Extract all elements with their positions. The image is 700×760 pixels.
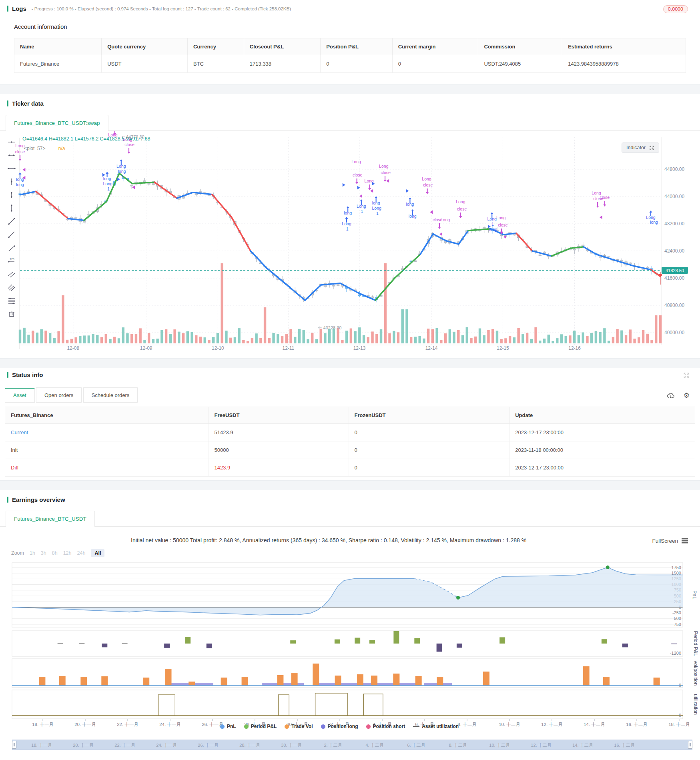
trade-annotation: 1 bbox=[107, 186, 110, 191]
navigator-left-handle[interactable] bbox=[12, 741, 16, 749]
trade-vol-bar bbox=[143, 678, 149, 686]
row-label-diff: Diff bbox=[5, 459, 209, 477]
trade-vol-bar bbox=[335, 676, 341, 686]
plot-value: n/a bbox=[58, 146, 65, 151]
legend-label: Position short bbox=[373, 724, 405, 729]
trade-vol-bar bbox=[59, 676, 66, 686]
utilization-pulse bbox=[278, 695, 289, 716]
zoom-24h-button[interactable]: 24h bbox=[77, 550, 86, 556]
asset-row-diff: Diff 1423.9 0 2023-12-17 23:00:00 bbox=[5, 459, 695, 477]
zoom-3h-button[interactable]: 3h bbox=[41, 550, 46, 556]
section-accent-bar bbox=[7, 372, 8, 378]
earnings-chart[interactable]: 17501500125010007505002500-250-500-750Pn… bbox=[0, 560, 700, 760]
zoom-controls: Zoom 1h 3h 8h 12h 24h All bbox=[11, 549, 104, 557]
trade-vol-bar bbox=[415, 676, 422, 686]
cell-free-usdt: 50000 bbox=[209, 441, 349, 459]
period-pnl-bar bbox=[355, 638, 360, 644]
account-info-title: Account information bbox=[14, 23, 67, 30]
utilization-pulse bbox=[158, 695, 175, 716]
date-axis-label: 12-08 bbox=[67, 345, 79, 351]
period-pnl-bar bbox=[164, 644, 170, 648]
trade-vol-bar bbox=[603, 677, 610, 686]
period-pnl-bar bbox=[622, 644, 628, 647]
price-axis-label: 40800.00 bbox=[664, 303, 684, 308]
earnings-tab-bar: Futures_Binance_BTC_USDT bbox=[0, 511, 700, 527]
zoom-12h-button[interactable]: 12h bbox=[63, 550, 72, 556]
trade-annotation: close bbox=[423, 182, 433, 187]
navigator-date-label: 20. 十一月 bbox=[73, 742, 93, 748]
tab-ticker-symbol[interactable]: Futures_Binance_BTC_USDT:swap bbox=[6, 115, 108, 131]
trade-annotation: 1 bbox=[361, 209, 363, 214]
chart-range-navigator[interactable]: 18. 十一月20. 十一月22. 十一月24. 十一月26. 十一月28. 十… bbox=[12, 740, 692, 750]
cell-estimated-returns: 1423.9843958889978 bbox=[562, 55, 686, 73]
col-frozen-usdt: FrozenUSDT bbox=[349, 407, 509, 424]
zoom-8h-button[interactable]: 8h bbox=[52, 550, 58, 556]
tab-earnings-symbol[interactable]: Futures_Binance_BTC_USDT bbox=[6, 511, 95, 527]
cell-quote-currency: USDT bbox=[102, 55, 188, 73]
x-axis-label: 22. 十一月 bbox=[117, 722, 138, 727]
navigator-right-handle[interactable] bbox=[688, 741, 692, 749]
tab-schedule-orders[interactable]: Schedule orders bbox=[83, 387, 138, 403]
period-pnl-bar bbox=[207, 644, 212, 648]
gear-icon[interactable]: ⚙ bbox=[684, 391, 690, 400]
price-axis-label: 41600.00 bbox=[664, 275, 684, 281]
candlestick-chart[interactable]: 44800.0044000.0043200.0042400.0041600.00… bbox=[0, 131, 700, 354]
collapse-icon[interactable] bbox=[683, 372, 690, 379]
date-axis-label: 12-15 bbox=[497, 345, 509, 351]
tab-asset[interactable]: Asset bbox=[5, 388, 35, 403]
tab-open-orders[interactable]: Open orders bbox=[36, 387, 82, 403]
period-pnl-bar bbox=[499, 637, 505, 644]
legend-item-pnl[interactable]: PnL bbox=[220, 724, 236, 729]
indicator-label: Indicator bbox=[626, 145, 646, 150]
svg-text:41828.50: 41828.50 bbox=[666, 268, 684, 273]
date-axis-label: 12-16 bbox=[568, 345, 581, 351]
cell-free-usdt: 51423.9 bbox=[209, 424, 349, 441]
col-update: Update bbox=[509, 407, 695, 424]
period-pnl-bar bbox=[290, 640, 296, 644]
cell-name: Futures_Binance bbox=[14, 55, 102, 73]
cloud-download-icon[interactable] bbox=[666, 392, 675, 399]
pnl-marker-dot bbox=[606, 565, 610, 569]
navigator-date-label: 12. 十二月 bbox=[531, 742, 551, 748]
period-pnl-axis-title: Period P&L bbox=[693, 631, 698, 656]
status-badge[interactable]: 0.0000 bbox=[663, 5, 688, 13]
row-label-current[interactable]: Current bbox=[5, 424, 209, 441]
price-axis-label: 43200.00 bbox=[664, 221, 684, 227]
trade-vol-bar bbox=[277, 675, 283, 686]
legend-item-asset-utilization[interactable]: Asset utilization bbox=[413, 724, 459, 729]
svg-text:0: 0 bbox=[679, 683, 681, 688]
x-axis-label: 18. 十二月 bbox=[668, 722, 690, 727]
hamburger-menu-icon[interactable] bbox=[682, 538, 688, 543]
period-pnl-bar bbox=[335, 640, 340, 644]
legend-item-trade-vol[interactable]: Trade Vol bbox=[285, 724, 313, 729]
cell-update-time: 2023-12-17 23:00:00 bbox=[509, 424, 695, 441]
navigator-date-label: 6. 十二月 bbox=[407, 742, 425, 748]
x-axis-label: 20. 十一月 bbox=[74, 722, 96, 727]
period-pnl-bar bbox=[185, 637, 191, 644]
pnl-axis-label: 1750 bbox=[672, 565, 681, 570]
legend-item-position-long[interactable]: Position long bbox=[321, 724, 358, 729]
navigator-date-label: 10. 十二月 bbox=[489, 742, 509, 748]
section-accent-bar bbox=[7, 497, 8, 503]
legend-item-position-short[interactable]: Position short bbox=[366, 724, 405, 729]
trade-annotation: Long bbox=[456, 199, 465, 204]
trade-vol-bar bbox=[313, 664, 319, 686]
trade-vol-bar bbox=[654, 678, 660, 686]
legend-item-period-p-l[interactable]: Period P&L bbox=[244, 724, 277, 729]
period-pnl-bar bbox=[602, 639, 607, 644]
trade-annotation: 1 bbox=[346, 227, 349, 231]
trade-annotation: Long bbox=[103, 181, 113, 186]
status-section-header: Status info bbox=[7, 371, 43, 378]
zoom-all-button[interactable]: All bbox=[91, 549, 104, 557]
trade-annotation: close bbox=[600, 195, 610, 200]
zoom-1h-button[interactable]: 1h bbox=[30, 550, 35, 556]
fullscreen-control[interactable]: FullScreen bbox=[652, 538, 688, 544]
trade-annotation: close bbox=[498, 223, 508, 227]
account-table: Name Quote currency Currency Closeout P&… bbox=[14, 38, 686, 73]
period-pnl-bar bbox=[437, 644, 442, 652]
price-axis-label: 44000.00 bbox=[664, 194, 684, 199]
trade-vol-bar bbox=[291, 673, 298, 686]
expand-icon bbox=[649, 145, 654, 150]
indicator-button[interactable]: Indicator bbox=[622, 142, 659, 153]
cell-position-pnl: 0 bbox=[321, 55, 393, 73]
